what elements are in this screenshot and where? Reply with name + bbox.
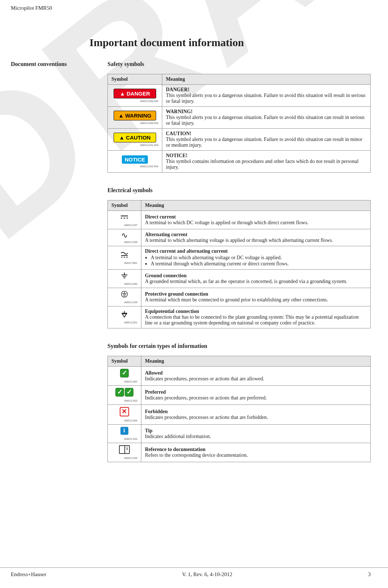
ref-code: A0011183 <box>111 399 137 402</box>
meaning-title: Ground connection <box>145 273 186 278</box>
docref-icon <box>119 445 130 454</box>
allowed-icon <box>120 369 129 377</box>
header-product: Micropilot FMR50 <box>11 5 371 11</box>
tip-icon <box>120 427 128 435</box>
caution-badge: CAUTION <box>114 133 156 142</box>
ground-icon <box>119 272 130 280</box>
meaning-title: Direct current <box>145 214 176 220</box>
meaning-desc: A terminal which must be connected to gr… <box>145 297 328 302</box>
meaning-desc: A grounded terminal which, as far as the… <box>145 279 347 284</box>
ref-code: A0011194 <box>111 456 137 460</box>
col-meaning: Meaning <box>141 356 371 367</box>
forbidden-icon <box>120 407 129 416</box>
table-row: WARNING A0011190-EN WARNING! This symbol… <box>108 107 371 129</box>
ref-code: A0011201 <box>111 321 137 324</box>
footer-left: Endress+Hauser <box>11 571 46 578</box>
safety-heading: Safety symbols <box>107 61 371 67</box>
electrical-table: Symbol Meaning A0011197 Direct current A… <box>107 200 371 328</box>
meaning-desc: A terminal to which DC voltage is applie… <box>145 220 308 225</box>
meaning-title: Protective ground connection <box>145 291 208 297</box>
electrical-heading: Electrical symbols <box>107 187 371 194</box>
page-footer: Endress+Hauser V. 1, Rev. 6, 4-10-2012 3 <box>0 567 388 582</box>
table-row: A0011197 Direct current A terminal to wh… <box>108 211 371 229</box>
bullet: A terminal to which alternating voltage … <box>151 255 367 261</box>
table-row: NOTICE A0011192-EN NOTICE! This symbol c… <box>108 151 371 173</box>
warning-badge: WARNING <box>114 111 156 120</box>
info-table: Symbol Meaning A0011182 Allowed Indicate… <box>107 356 371 462</box>
svg-marker-19 <box>122 314 127 317</box>
footer-right: 3 <box>368 571 371 578</box>
meaning-desc: This symbol contains information on proc… <box>166 159 358 170</box>
table-row: A0011184 Forbidden Indicates procedures,… <box>108 405 371 425</box>
protective-ground-icon <box>119 290 130 298</box>
ref-code: A0017381 <box>111 261 137 265</box>
meaning-desc: A terminal to which alternating voltage … <box>145 238 333 243</box>
ref-code: A0011190-EN <box>111 121 158 125</box>
acdc-icon <box>119 251 130 259</box>
meaning-title: Tip <box>145 428 153 433</box>
table-row: DANGER A0011189-EN DANGER! This symbol a… <box>108 85 371 107</box>
ref-code: A0011198 <box>111 240 137 244</box>
ref-code: A0011189-EN <box>111 100 158 103</box>
safety-table: Symbol Meaning DANGER A0011189-EN DANGER… <box>107 74 371 173</box>
ref-code: A0011191-EN <box>111 143 158 147</box>
meaning-desc: This symbol alerts you to a dangerous si… <box>166 93 365 104</box>
meaning-title: Allowed <box>145 370 163 376</box>
preferred-icon <box>115 388 124 397</box>
meaning-title: DANGER! <box>166 87 189 92</box>
table-row: A0017381 Direct current and alternating … <box>108 246 371 270</box>
table-row: A0011182 Allowed Indicates procedures, p… <box>108 367 371 386</box>
col-meaning: Meaning <box>162 74 371 85</box>
info-heading: Symbols for certain types of information <box>107 343 371 349</box>
table-row: A0011200 Ground connection A grounded te… <box>108 270 371 288</box>
ac-icon: ∿ <box>121 231 128 240</box>
table-row: A0011201 Equipotential connection A conn… <box>108 306 371 328</box>
meaning-title: Reference to documentation <box>145 447 206 452</box>
meaning-title: Direct current and alternating current <box>145 248 228 254</box>
ref-code: A0011199 <box>111 301 137 304</box>
footer-center: V. 1, Rev. 6, 4-10-2012 <box>182 571 233 578</box>
meaning-desc: Indicates procedures, processes or actio… <box>145 376 264 381</box>
col-meaning: Meaning <box>141 200 371 211</box>
ref-code: A0011182 <box>111 380 137 383</box>
meaning-title: NOTICE! <box>166 153 188 158</box>
page-title: Important document information <box>89 36 371 49</box>
col-symbol: Symbol <box>108 200 141 211</box>
bullet: A terminal through which alternating cur… <box>151 261 367 267</box>
col-symbol: Symbol <box>108 74 162 85</box>
ref-code: A0011200 <box>111 282 137 286</box>
dc-icon <box>119 213 130 221</box>
danger-badge: DANGER <box>114 89 156 98</box>
meaning-desc: Indicates procedures, processes or actio… <box>145 395 267 401</box>
meaning-desc: This symbol alerts you to a dangerous si… <box>166 115 365 126</box>
meaning-title: Alternating current <box>145 232 188 237</box>
table-row: A0011194 Reference to documentation Refe… <box>108 443 371 462</box>
meaning-title: CAUTION! <box>166 131 191 136</box>
col-symbol: Symbol <box>108 356 141 367</box>
meaning-desc: Refers to the corresponding device docum… <box>145 452 248 458</box>
meaning-desc: Indicates additional information. <box>145 434 211 439</box>
meaning-desc: A connection that has to be connected to… <box>145 314 359 326</box>
ref-code: A0011193 <box>111 437 137 441</box>
notice-badge: NOTICE <box>122 155 148 164</box>
table-row: A0011183 Preferred Indicates procedures,… <box>108 386 371 405</box>
table-row: A0011199 Protective ground connection A … <box>108 288 371 306</box>
table-row: CAUTION A0011191-EN CAUTION! This symbol… <box>108 129 371 151</box>
meaning-title: WARNING! <box>166 109 193 114</box>
table-row: ∿ A0011198 Alternating current A termina… <box>108 229 371 246</box>
meaning-title: Preferred <box>145 389 166 395</box>
meaning-title: Equipotential connection <box>145 309 199 314</box>
meaning-title: Forbidden <box>145 409 168 414</box>
equipotential-icon <box>119 310 130 318</box>
table-row: A0011193 Tip Indicates additional inform… <box>108 425 371 443</box>
ref-code: A0011184 <box>111 419 137 422</box>
ref-code: A0011192-EN <box>111 165 158 168</box>
ref-code: A0011197 <box>111 224 137 227</box>
preferred-icon <box>125 388 133 397</box>
meaning-desc: Indicates procedures, processes or actio… <box>145 415 268 420</box>
side-label: Document conventions <box>11 61 107 67</box>
meaning-desc: This symbol alerts you to a dangerous si… <box>166 137 362 148</box>
